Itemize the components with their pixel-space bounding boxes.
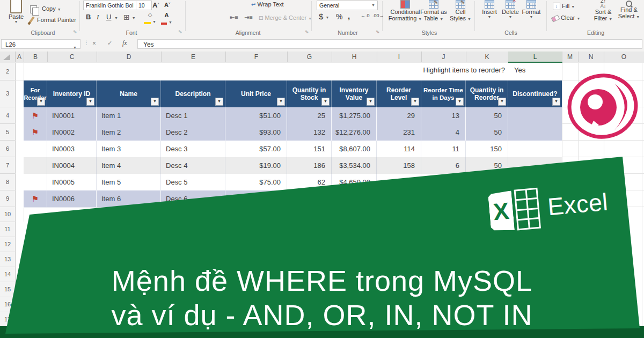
font-size-select[interactable]: 10 (136, 1, 152, 10)
col-D[interactable]: D (97, 52, 162, 62)
filter-icon[interactable]: ▼ (411, 98, 419, 106)
col-B[interactable]: B (24, 52, 48, 62)
formula-input[interactable]: Yes (137, 39, 642, 49)
cell-name[interactable]: Item 1 (97, 107, 161, 124)
cell-price[interactable]: $75.00 (225, 174, 287, 190)
fill-color-button[interactable]: ◇ ▼ (144, 12, 156, 24)
cell-desc[interactable]: Desc 3 (161, 141, 225, 157)
row-4[interactable]: 4 (0, 107, 16, 124)
header-discontinued[interactable]: Discontinued?▼ (508, 80, 562, 107)
underline-button[interactable]: U (106, 13, 111, 21)
cell-level[interactable]: 158 (377, 157, 421, 174)
col-I[interactable]: I (377, 52, 422, 62)
header-name[interactable]: Name▼ (97, 80, 161, 107)
filter-icon[interactable]: ▼ (37, 98, 45, 106)
cell-level[interactable]: 114 (377, 141, 421, 157)
cell-value[interactable]: $8,607.00 (332, 141, 377, 157)
row-8[interactable]: 8 (0, 174, 16, 190)
alignment-dialog-launcher[interactable]: ⇘ (305, 29, 309, 34)
filter-icon[interactable]: ▼ (321, 98, 330, 106)
cell-days[interactable]: 11 (421, 141, 466, 157)
grow-font-button[interactable]: A˄ (152, 1, 159, 9)
cell-price[interactable]: $19.00 (225, 157, 287, 174)
clipboard-dialog-launcher[interactable]: ⇘ (73, 29, 77, 34)
cell-name[interactable]: Item 3 (97, 141, 161, 157)
percent-format-button[interactable]: % (336, 12, 342, 21)
header-quantity-in-stock[interactable]: Quantity in Stock▼ (287, 80, 332, 107)
table-row[interactable]: ⚑ IN0001 Item 1 Desc 1 $51.00 25 $1,275.… (24, 107, 562, 124)
col-N[interactable]: N (578, 52, 604, 62)
copy-button[interactable]: Copy ▼ (30, 5, 61, 13)
col-M[interactable]: M (562, 52, 579, 62)
find-select-button[interactable]: Find & Select ▼ (616, 0, 642, 19)
merge-center-button[interactable]: ⊟ Merge & Center ▼ (259, 14, 312, 21)
col-L-selected[interactable]: L (508, 52, 562, 63)
format-as-table-button[interactable]: ✎ Format as Table ▼ (418, 0, 450, 21)
name-box[interactable]: L26 ▼ (1, 39, 80, 49)
row-9[interactable]: 9 (0, 190, 16, 207)
cell-id[interactable]: IN0004 (47, 157, 97, 174)
filter-icon[interactable]: ▼ (456, 98, 464, 106)
cell-reorder[interactable]: 50 (466, 124, 508, 141)
cell-disc[interactable] (508, 141, 562, 157)
col-G[interactable]: G (287, 52, 332, 62)
shrink-font-button[interactable]: A˅ (164, 2, 170, 8)
cell-name[interactable]: Item 2 (97, 124, 161, 141)
header-for-reorder[interactable]: For Reorder▼ (24, 80, 47, 107)
table-row[interactable]: ⚑ IN0002 Item 2 Desc 2 $93.00 132 $12,27… (24, 124, 562, 141)
format-painter-button[interactable]: Format Painter (30, 16, 76, 25)
cell-disc[interactable] (508, 107, 562, 124)
bold-button[interactable]: B (86, 13, 91, 21)
header-inventory-id[interactable]: Inventory ID▼ (47, 80, 97, 107)
col-K[interactable]: K (466, 52, 509, 62)
cancel-button[interactable]: × (92, 40, 96, 47)
row-2[interactable]: 2 (0, 63, 16, 80)
row-13[interactable]: 13 (0, 252, 16, 267)
filter-icon[interactable]: ▼ (215, 98, 223, 106)
table-row[interactable]: IN0003 Item 3 Desc 3 $57.00 151 $8,607.0… (24, 141, 562, 158)
col-E[interactable]: E (161, 52, 226, 62)
row-5[interactable]: 5 (0, 124, 16, 141)
cell-level[interactable]: 231 (377, 124, 421, 141)
clear-button[interactable]: Clear ▼ (552, 14, 580, 21)
filter-icon[interactable]: ▼ (151, 98, 159, 106)
cell-desc[interactable]: Desc 2 (161, 124, 225, 141)
header-description[interactable]: Description▼ (161, 80, 225, 107)
wrap-text-button[interactable]: ↩ Wrap Text (251, 1, 284, 8)
cell-days[interactable]: 13 (421, 107, 466, 124)
font-color-button[interactable]: A ▼ (161, 12, 172, 25)
filter-icon[interactable]: ▼ (552, 98, 560, 106)
cell-id[interactable]: IN0001 (47, 107, 97, 124)
cell-qty[interactable]: 25 (287, 107, 332, 124)
cell-days[interactable]: 6 (421, 157, 466, 174)
row-3[interactable]: 3 (0, 80, 16, 107)
row-11[interactable]: 11 (0, 222, 16, 237)
cell-id[interactable]: IN0006 (47, 190, 97, 207)
borders-button[interactable]: ⊞ ▼ (123, 13, 136, 21)
cell-desc[interactable]: Desc 5 (161, 174, 225, 190)
font-dialog-launcher[interactable]: ⇘ (178, 29, 182, 34)
col-J[interactable]: J (421, 52, 466, 62)
header-inventory-value[interactable]: Inventory Value▼ (332, 80, 377, 107)
delete-cells-button[interactable]: ✕ Delete ▼ (499, 0, 522, 19)
col-C[interactable]: C (47, 52, 97, 62)
header-reorder-level[interactable]: Reorder Level▼ (377, 80, 421, 107)
cell-price[interactable]: $51.00 (225, 107, 287, 124)
cell-desc[interactable]: Desc 4 (161, 157, 225, 174)
enter-button[interactable]: ✓ (107, 40, 112, 47)
sort-filter-button[interactable]: Z↑A↓ Sort & Filter ▼ (591, 0, 615, 21)
row-7[interactable]: 7 (0, 157, 16, 174)
col-F[interactable]: F (225, 52, 288, 62)
col-A[interactable]: A (15, 52, 24, 62)
cell-price[interactable]: $57.00 (225, 141, 287, 157)
chevron-down-icon[interactable]: ▼ (114, 16, 118, 20)
cell-id[interactable]: IN0003 (47, 141, 97, 157)
header-reorder-time[interactable]: Reorder Time in Days▼ (421, 80, 466, 107)
highlight-note-value[interactable]: Yes (514, 66, 525, 74)
filter-icon[interactable]: ▼ (277, 98, 285, 106)
currency-format-button[interactable]: $ ▼ (319, 12, 329, 21)
cell-qty[interactable]: 186 (287, 157, 332, 174)
cell-value[interactable]: $12,276.00 (332, 124, 377, 141)
cell-price[interactable]: $93.00 (225, 124, 287, 141)
cell-id[interactable]: IN0002 (47, 124, 97, 141)
